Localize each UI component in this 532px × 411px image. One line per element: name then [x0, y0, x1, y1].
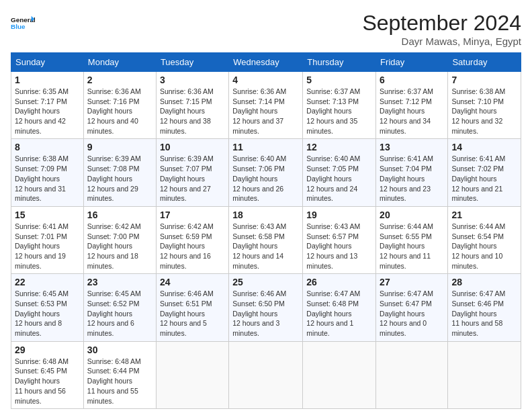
calendar-day-7: 7 Sunrise: 6:38 AM Sunset: 7:10 PM Dayli…	[448, 72, 521, 139]
calendar-day-22: 22 Sunrise: 6:45 AM Sunset: 6:53 PM Dayl…	[11, 274, 84, 341]
calendar-day-20: 20 Sunrise: 6:44 AM Sunset: 6:55 PM Dayl…	[376, 206, 448, 273]
calendar-week-5: 29 Sunrise: 6:48 AM Sunset: 6:45 PM Dayl…	[11, 341, 521, 408]
day-info: Sunrise: 6:40 AM Sunset: 7:06 PM Dayligh…	[232, 154, 299, 203]
calendar-day-14: 14 Sunrise: 6:41 AM Sunset: 7:02 PM Dayl…	[448, 139, 521, 206]
day-number: 2	[87, 75, 152, 85]
day-number: 30	[87, 345, 152, 355]
day-number: 16	[87, 210, 152, 220]
day-info: Sunrise: 6:43 AM Sunset: 6:58 PM Dayligh…	[232, 222, 299, 271]
day-info: Sunrise: 6:39 AM Sunset: 7:08 PM Dayligh…	[87, 154, 152, 203]
day-number: 11	[232, 142, 299, 152]
day-number: 8	[15, 142, 80, 152]
day-number: 21	[451, 210, 517, 220]
calendar-day-18: 18 Sunrise: 6:43 AM Sunset: 6:58 PM Dayl…	[229, 206, 303, 273]
day-info: Sunrise: 6:45 AM Sunset: 6:53 PM Dayligh…	[15, 289, 80, 338]
day-info: Sunrise: 6:43 AM Sunset: 6:57 PM Dayligh…	[306, 222, 372, 271]
day-info: Sunrise: 6:46 AM Sunset: 6:50 PM Dayligh…	[232, 289, 299, 338]
day-number: 27	[380, 277, 444, 287]
day-number: 15	[15, 210, 80, 220]
day-number: 5	[306, 75, 372, 85]
day-number: 20	[380, 210, 444, 220]
calendar-day-6: 6 Sunrise: 6:37 AM Sunset: 7:12 PM Dayli…	[376, 72, 448, 139]
calendar-table: SundayMondayTuesdayWednesdayThursdayFrid…	[11, 52, 521, 409]
calendar-day-empty	[229, 341, 303, 408]
day-number: 10	[160, 142, 225, 152]
day-info: Sunrise: 6:36 AM Sunset: 7:14 PM Dayligh…	[232, 87, 299, 136]
calendar-day-3: 3 Sunrise: 6:36 AM Sunset: 7:15 PM Dayli…	[156, 72, 228, 139]
day-number: 17	[160, 210, 225, 220]
day-number: 6	[380, 75, 444, 85]
calendar-day-4: 4 Sunrise: 6:36 AM Sunset: 7:14 PM Dayli…	[229, 72, 303, 139]
svg-text:Blue: Blue	[11, 23, 26, 30]
calendar-week-3: 15 Sunrise: 6:41 AM Sunset: 7:01 PM Dayl…	[11, 206, 521, 273]
weekday-header-friday: Friday	[376, 53, 448, 72]
day-info: Sunrise: 6:39 AM Sunset: 7:07 PM Dayligh…	[160, 154, 225, 203]
day-number: 29	[15, 345, 80, 355]
day-info: Sunrise: 6:41 AM Sunset: 7:02 PM Dayligh…	[451, 154, 517, 203]
calendar-day-26: 26 Sunrise: 6:47 AM Sunset: 6:48 PM Dayl…	[303, 274, 376, 341]
calendar-day-15: 15 Sunrise: 6:41 AM Sunset: 7:01 PM Dayl…	[11, 206, 84, 273]
calendar-day-28: 28 Sunrise: 6:47 AM Sunset: 6:46 PM Dayl…	[448, 274, 521, 341]
day-info: Sunrise: 6:44 AM Sunset: 6:55 PM Dayligh…	[380, 222, 444, 271]
calendar-week-4: 22 Sunrise: 6:45 AM Sunset: 6:53 PM Dayl…	[11, 274, 521, 341]
day-info: Sunrise: 6:47 AM Sunset: 6:47 PM Dayligh…	[380, 289, 444, 338]
logo: General Blue	[11, 11, 35, 35]
weekday-header-thursday: Thursday	[303, 53, 376, 72]
calendar-day-2: 2 Sunrise: 6:36 AM Sunset: 7:16 PM Dayli…	[83, 72, 156, 139]
calendar-day-10: 10 Sunrise: 6:39 AM Sunset: 7:07 PM Dayl…	[156, 139, 228, 206]
day-info: Sunrise: 6:35 AM Sunset: 7:17 PM Dayligh…	[15, 87, 80, 136]
day-number: 28	[451, 277, 517, 287]
calendar-day-1: 1 Sunrise: 6:35 AM Sunset: 7:17 PM Dayli…	[11, 72, 84, 139]
day-number: 18	[232, 210, 299, 220]
day-number: 4	[232, 75, 299, 85]
calendar-day-27: 27 Sunrise: 6:47 AM Sunset: 6:47 PM Dayl…	[376, 274, 448, 341]
day-info: Sunrise: 6:41 AM Sunset: 7:04 PM Dayligh…	[380, 154, 444, 203]
day-number: 24	[160, 277, 225, 287]
day-info: Sunrise: 6:38 AM Sunset: 7:10 PM Dayligh…	[451, 87, 517, 136]
title-block: September 2024 Dayr Mawas, Minya, Egypt	[362, 11, 521, 47]
weekday-header-sunday: Sunday	[11, 53, 84, 72]
day-number: 1	[15, 75, 80, 85]
day-number: 23	[87, 277, 152, 287]
weekday-header-tuesday: Tuesday	[156, 53, 228, 72]
calendar-day-empty	[376, 341, 448, 408]
calendar-day-9: 9 Sunrise: 6:39 AM Sunset: 7:08 PM Dayli…	[83, 139, 156, 206]
calendar-day-11: 11 Sunrise: 6:40 AM Sunset: 7:06 PM Dayl…	[229, 139, 303, 206]
day-number: 26	[306, 277, 372, 287]
day-info: Sunrise: 6:36 AM Sunset: 7:15 PM Dayligh…	[160, 87, 225, 136]
day-number: 14	[451, 142, 517, 152]
calendar-day-12: 12 Sunrise: 6:40 AM Sunset: 7:05 PM Dayl…	[303, 139, 376, 206]
day-number: 3	[160, 75, 225, 85]
weekday-header-monday: Monday	[83, 53, 156, 72]
calendar-day-25: 25 Sunrise: 6:46 AM Sunset: 6:50 PM Dayl…	[229, 274, 303, 341]
day-info: Sunrise: 6:36 AM Sunset: 7:16 PM Dayligh…	[87, 87, 152, 136]
calendar-day-empty	[448, 341, 521, 408]
calendar-title: September 2024	[362, 11, 521, 36]
calendar-subtitle: Dayr Mawas, Minya, Egypt	[362, 36, 521, 47]
day-info: Sunrise: 6:47 AM Sunset: 6:46 PM Dayligh…	[451, 289, 517, 338]
calendar-day-19: 19 Sunrise: 6:43 AM Sunset: 6:57 PM Dayl…	[303, 206, 376, 273]
day-info: Sunrise: 6:45 AM Sunset: 6:52 PM Dayligh…	[87, 289, 152, 338]
weekday-header-wednesday: Wednesday	[229, 53, 303, 72]
day-info: Sunrise: 6:37 AM Sunset: 7:13 PM Dayligh…	[306, 87, 372, 136]
day-info: Sunrise: 6:38 AM Sunset: 7:09 PM Dayligh…	[15, 154, 80, 203]
day-info: Sunrise: 6:40 AM Sunset: 7:05 PM Dayligh…	[306, 154, 372, 203]
calendar-day-24: 24 Sunrise: 6:46 AM Sunset: 6:51 PM Dayl…	[156, 274, 228, 341]
calendar-day-30: 30 Sunrise: 6:48 AM Sunset: 6:44 PM Dayl…	[83, 341, 156, 408]
day-number: 7	[451, 75, 517, 85]
calendar-day-23: 23 Sunrise: 6:45 AM Sunset: 6:52 PM Dayl…	[83, 274, 156, 341]
weekday-header-saturday: Saturday	[448, 53, 521, 72]
calendar-day-21: 21 Sunrise: 6:44 AM Sunset: 6:54 PM Dayl…	[448, 206, 521, 273]
weekday-header-row: SundayMondayTuesdayWednesdayThursdayFrid…	[11, 53, 521, 72]
day-number: 25	[232, 277, 299, 287]
day-info: Sunrise: 6:41 AM Sunset: 7:01 PM Dayligh…	[15, 222, 80, 271]
calendar-week-1: 1 Sunrise: 6:35 AM Sunset: 7:17 PM Dayli…	[11, 72, 521, 139]
calendar-day-5: 5 Sunrise: 6:37 AM Sunset: 7:13 PM Dayli…	[303, 72, 376, 139]
day-info: Sunrise: 6:42 AM Sunset: 7:00 PM Dayligh…	[87, 222, 152, 271]
calendar-day-empty	[303, 341, 376, 408]
day-info: Sunrise: 6:42 AM Sunset: 6:59 PM Dayligh…	[160, 222, 225, 271]
calendar-day-13: 13 Sunrise: 6:41 AM Sunset: 7:04 PM Dayl…	[376, 139, 448, 206]
day-info: Sunrise: 6:37 AM Sunset: 7:12 PM Dayligh…	[380, 87, 444, 136]
calendar-week-2: 8 Sunrise: 6:38 AM Sunset: 7:09 PM Dayli…	[11, 139, 521, 206]
logo-svg: General Blue	[11, 11, 35, 35]
